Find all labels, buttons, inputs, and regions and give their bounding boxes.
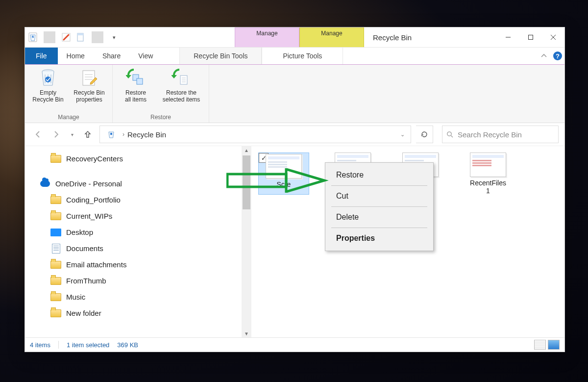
restore-all-items-button[interactable]: Restoreall items — [117, 67, 155, 113]
qat-properties-icon[interactable] — [60, 31, 72, 43]
qat-dropdown-icon[interactable]: ▾ — [108, 31, 120, 43]
button-label: Restore theselected items — [163, 89, 200, 103]
quick-access-toolbar: ▾ — [25, 27, 122, 47]
menu-item-properties[interactable]: Properties — [325, 229, 433, 248]
tree-item-label: Current_WIPs — [66, 212, 112, 220]
tree-item[interactable]: Music — [40, 289, 242, 305]
qat-doc-icon[interactable] — [75, 31, 87, 43]
status-size: 369 KB — [117, 341, 138, 349]
content-area: RecoveryCenters OneDrive - Personal Codi… — [25, 146, 564, 338]
up-button[interactable] — [81, 127, 95, 141]
search-placeholder: Search Recycle Bin — [458, 130, 522, 139]
window-controls — [497, 27, 564, 47]
tree-item[interactable]: Email attachments — [40, 256, 242, 273]
file-item[interactable]: RecentFiles 1 — [464, 153, 512, 195]
search-box[interactable]: Search Recycle Bin — [442, 126, 559, 143]
menu-item-delete[interactable]: Delete — [325, 208, 433, 227]
folder-icon — [50, 211, 61, 222]
context-header-recycle-bin-tools[interactable]: Manage — [235, 27, 299, 47]
status-selection: 1 item selected — [67, 341, 109, 349]
close-button[interactable] — [542, 27, 564, 47]
tab-picture-tools[interactable]: Picture Tools — [262, 48, 343, 64]
tree-item-label: RecoveryCenters — [66, 154, 123, 163]
thumbnail-preview — [266, 154, 302, 178]
tab-file[interactable]: File — [25, 48, 58, 64]
restore-selected-items-button[interactable]: Restore theselected items — [158, 67, 205, 113]
svg-rect-6 — [529, 35, 533, 40]
status-item-count: 4 items — [30, 341, 50, 349]
maximize-button[interactable] — [519, 27, 542, 47]
details-view-button[interactable] — [534, 340, 546, 350]
tree-item[interactable]: RecoveryCenters — [40, 151, 242, 167]
items-pane[interactable]: ✓ Scre reenshot _2 RecentFiles 1 — [251, 146, 564, 338]
help-icon: ? — [553, 51, 562, 60]
svg-point-10 — [45, 76, 51, 82]
ribbon-group-restore: Restoreall items Restore theselected ite… — [113, 65, 209, 123]
forward-button[interactable] — [49, 127, 63, 141]
chevron-right-icon[interactable]: › — [120, 131, 127, 138]
ribbon: EmptyRecycle Bin Recycle Binproperties M… — [25, 65, 564, 123]
file-item-selected[interactable]: ✓ Scre — [258, 153, 309, 195]
help-button[interactable]: ? — [551, 48, 564, 64]
recycle-bin-crumb-icon — [106, 129, 117, 140]
file-label: RecentFiles 1 — [470, 179, 506, 195]
title-bar: ▾ Manage Manage Recycle Bin — [25, 27, 564, 48]
status-bar: 4 items 1 item selected 369 KB — [25, 337, 564, 352]
tree-scrollbar[interactable]: ▲ ▼ — [242, 146, 251, 338]
tab-share[interactable]: Share — [94, 48, 129, 64]
ribbon-group-manage: EmptyRecycle Bin Recycle Binproperties M… — [25, 65, 113, 123]
scroll-up-icon[interactable]: ▲ — [242, 146, 251, 154]
window-title: Recycle Bin — [364, 27, 497, 47]
breadcrumb-location[interactable]: Recycle Bin — [127, 130, 166, 139]
restore-selected-icon — [172, 69, 191, 88]
scroll-down-icon[interactable]: ▼ — [242, 329, 251, 338]
thumbnails-view-button[interactable] — [548, 340, 560, 350]
separator — [92, 31, 103, 43]
menu-item-restore[interactable]: Restore — [325, 166, 433, 184]
collapse-ribbon-icon[interactable] — [537, 48, 551, 64]
separator — [44, 31, 55, 43]
tree-item[interactable]: Coding_Portfolio — [40, 192, 242, 208]
recycle-bin-properties-button[interactable]: Recycle Binproperties — [70, 67, 108, 113]
tree-item[interactable]: Desktop — [40, 224, 242, 240]
button-label: Recycle Binproperties — [74, 89, 104, 103]
minimize-button[interactable] — [497, 27, 519, 47]
svg-point-21 — [110, 133, 112, 135]
view-toggle — [534, 340, 560, 350]
tree-item[interactable]: Documents — [40, 240, 242, 256]
refresh-button[interactable] — [416, 126, 433, 143]
folder-icon — [50, 308, 61, 319]
menu-item-cut[interactable]: Cut — [325, 187, 433, 205]
properties-icon — [79, 69, 99, 88]
tab-view[interactable]: View — [129, 48, 162, 64]
explorer-window: ▾ Manage Manage Recycle Bin File Home Sh… — [24, 27, 565, 352]
folder-icon — [50, 153, 61, 164]
tree-item-onedrive[interactable]: OneDrive - Personal — [40, 176, 242, 192]
tab-recycle-bin-tools[interactable]: Recycle Bin Tools — [179, 48, 262, 64]
tree-item[interactable]: Current_WIPs — [40, 208, 242, 224]
button-label: Restoreall items — [125, 89, 147, 103]
navigation-bar: ▾ › Recycle Bin ⌄ Search Recycle Bin — [25, 123, 564, 146]
folder-icon — [50, 259, 61, 270]
empty-recycle-bin-button[interactable]: EmptyRecycle Bin — [29, 67, 67, 113]
chevron-down-icon[interactable]: ⌄ — [397, 131, 408, 138]
address-bar[interactable]: › Recycle Bin ⌄ — [99, 126, 411, 143]
tree-item-label: New folder — [66, 309, 101, 317]
svg-point-22 — [447, 131, 451, 135]
back-button[interactable] — [31, 127, 45, 141]
recycle-bin-icon — [27, 31, 39, 43]
button-label: EmptyRecycle Bin — [32, 89, 63, 103]
context-menu: Restore Cut Delete Properties — [325, 162, 434, 251]
tree-item-label: Email attachments — [66, 260, 126, 269]
tree-item[interactable]: FromThumb — [40, 273, 242, 289]
scrollbar-thumb[interactable] — [243, 155, 250, 209]
context-header-picture-tools[interactable]: Manage — [299, 27, 364, 47]
folder-icon — [50, 195, 61, 205]
tab-home[interactable]: Home — [58, 48, 94, 64]
navigation-tree[interactable]: RecoveryCenters OneDrive - Personal Codi… — [25, 146, 242, 338]
thumbnail-preview — [470, 153, 506, 177]
context-tab-headers: Manage Manage — [235, 27, 364, 47]
svg-rect-4 — [77, 33, 83, 35]
tree-item[interactable]: New folder — [40, 305, 242, 321]
recent-locations-button[interactable]: ▾ — [68, 127, 76, 141]
